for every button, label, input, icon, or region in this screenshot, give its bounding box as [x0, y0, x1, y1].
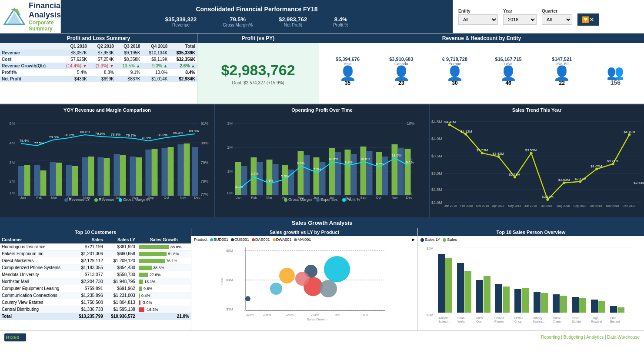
svg-point-195	[295, 272, 309, 286]
svg-text:10.5%: 10.5%	[329, 157, 339, 161]
svg-text:$4.10M: $4.10M	[624, 130, 635, 134]
svg-rect-37	[168, 147, 174, 196]
svg-text:Cust: Cust	[476, 320, 482, 323]
svg-text:Fernan...: Fernan...	[494, 317, 507, 320]
svg-rect-36	[162, 148, 168, 196]
table-row: Direct Marketers $2,129,112 $1,209,120 7…	[0, 257, 191, 264]
table-row: Bakers Emporium Inc. $1,201,306 $660,658…	[0, 250, 191, 257]
bubble-chart-panel: Sales growth vs LY by Product Product BU…	[191, 228, 418, 330]
pl-col-q3: Q3 2018	[116, 43, 142, 50]
svg-text:Jun 2018: Jun 2018	[524, 204, 537, 207]
svg-rect-23	[56, 163, 62, 196]
svg-text:79%: 79%	[201, 160, 209, 165]
quarter-filter-label: Quarter	[542, 9, 572, 13]
svg-text:Crisp: Crisp	[514, 320, 521, 323]
svg-text:$4.5M: $4.5M	[431, 120, 442, 124]
svg-text:Feb: Feb	[37, 196, 43, 200]
svg-rect-76	[235, 162, 241, 195]
revenue-headcount-section: Revenue & Headcount by Entity $5,394,676…	[319, 33, 644, 103]
svg-rect-86	[314, 157, 320, 195]
pl-col-total: Total	[169, 43, 197, 50]
svg-rect-83	[288, 170, 294, 195]
svg-text:Cham...: Cham...	[553, 320, 564, 323]
svg-text:81%: 81%	[201, 121, 209, 126]
svg-text:-10%: -10%	[311, 313, 319, 317]
bubble-chart-nav-icon[interactable]: ▶	[412, 237, 415, 242]
filter-apply-button[interactable]: 🔽✕	[577, 13, 599, 26]
svg-text:-30%: -30%	[263, 313, 271, 317]
svg-text:$4.41M: $4.41M	[444, 120, 456, 124]
svg-text:10.5%: 10.5%	[360, 157, 370, 161]
year-select[interactable]: 2018 2017 2016	[503, 14, 537, 25]
svg-text:Apr 2018: Apr 2018	[492, 204, 504, 208]
profit-vs-py-section: Profit (vs PY) $2,983,762 Goal: $2,574,3…	[197, 33, 319, 103]
svg-text:$4.0M: $4.0M	[431, 137, 442, 141]
svg-text:Dec 2018: Dec 2018	[622, 204, 635, 207]
svg-text:Aaliyah: Aaliyah	[438, 317, 448, 320]
svg-rect-28	[98, 157, 104, 196]
entity-usa-count: 46	[505, 80, 511, 86]
svg-rect-24	[66, 165, 72, 196]
svg-rect-21	[40, 170, 47, 196]
customers-total-row: Total $13,235,799 $10,936,572 21.0%	[0, 313, 191, 320]
svg-text:79.7%: 79.7%	[126, 133, 136, 137]
svg-rect-18	[18, 166, 24, 196]
pl-col-q1: Q1 2018	[59, 43, 89, 50]
footer-logo: BI360	[4, 333, 26, 342]
svg-text:$3.42M: $3.42M	[493, 152, 504, 156]
svg-text:Ellie: Ellie	[610, 317, 616, 320]
app-name: Financial Analysis	[29, 1, 63, 20]
top-customers-title: Top 10 Customers	[0, 228, 191, 236]
svg-text:Neftali: Neftali	[514, 317, 523, 320]
op-profit-chart-title: Operating Profit Over Time	[217, 106, 427, 114]
metric-profitpct-value: 8.4%	[333, 16, 348, 23]
svg-text:Sale: Sale	[220, 277, 224, 285]
svg-text:6.7%: 6.7%	[251, 172, 259, 176]
svg-rect-217	[514, 289, 521, 313]
yoy-chart-panel: YOY Revenue and Margin Comparison 5M 4M …	[0, 104, 215, 217]
quarter-select[interactable]: All Q1 Q2 Q3 Q4	[542, 14, 572, 25]
sales-trend-title: Sales Trend This Year	[431, 106, 642, 114]
svg-text:2M: 2M	[227, 145, 233, 150]
entity-canada-value: $3,910,683	[389, 57, 413, 62]
sales-growth-header: Sales Growth Analysis	[0, 217, 644, 228]
sales-trend-svg: $4.5M $4.0M $3.5M $3.0M $2.5M $2.0M	[431, 114, 642, 205]
salesperson-panel: Top 10 Sales Person Overview Sales LY Sa…	[418, 228, 644, 330]
entity-usa: $16,167,715 USA 👤 46	[482, 57, 535, 86]
svg-text:5.3%: 5.3%	[281, 174, 289, 178]
svg-text:Oct: Oct	[164, 196, 170, 200]
svg-text:Nov: Nov	[392, 196, 398, 200]
entity-usa-icon: 👤	[500, 66, 517, 80]
svg-text:$2.78M: $2.78M	[509, 173, 520, 177]
svg-rect-94	[376, 152, 382, 195]
entity-europe-count: 30	[452, 80, 457, 86]
svg-rect-84	[298, 151, 304, 195]
pl-table: Q1 2018 Q2 2018 Q3 2018 Q4 2018 Total Re…	[0, 43, 197, 82]
entity-select[interactable]: All Asia Canada Europe USA	[458, 14, 498, 25]
svg-text:Jamie: Jamie	[553, 317, 561, 320]
svg-text:4M: 4M	[10, 141, 15, 145]
pl-summary-title: Profit and Loss Summary	[0, 33, 197, 43]
svg-rect-209	[476, 280, 483, 313]
quarter-filter-group: Quarter All Q1 Q2 Q3 Q4	[542, 9, 572, 25]
svg-text:3.1%: 3.1%	[235, 185, 243, 189]
entity-europe: € 9,718,728 Europe 👤 30	[428, 57, 481, 86]
svg-text:80.3%: 80.3%	[174, 131, 184, 135]
year-filter-group: Year 2018 2017 2016	[503, 9, 537, 25]
svg-text:79.0%: 79.0%	[49, 135, 59, 139]
svg-rect-234	[598, 301, 605, 313]
entity-asia: $5,394,676 Asia 👤 35	[321, 57, 374, 86]
pl-col-q2: Q2 2018	[89, 43, 116, 50]
svg-point-194	[270, 283, 282, 295]
svg-text:$3.21M: $3.21M	[607, 159, 618, 163]
svg-text:80.9%: 80.9%	[189, 129, 199, 133]
svg-text:BI360: BI360	[6, 334, 19, 340]
svg-text:$2.11M: $2.11M	[542, 195, 553, 199]
revenue-headcount-title: Revenue & Headcount by Entity	[319, 33, 644, 43]
svg-rect-229	[572, 297, 579, 313]
salesperson-chart-svg: $5M $0M Aaliyah Scherz... Brian We	[418, 243, 644, 323]
svg-text:$3M: $3M	[226, 307, 233, 311]
yoy-legend-gm: Gross Margin%	[119, 197, 150, 202]
svg-rect-22	[50, 162, 56, 196]
header-metrics: $35,339,322 Revenue 79.5% Gross Margin% …	[165, 16, 348, 27]
